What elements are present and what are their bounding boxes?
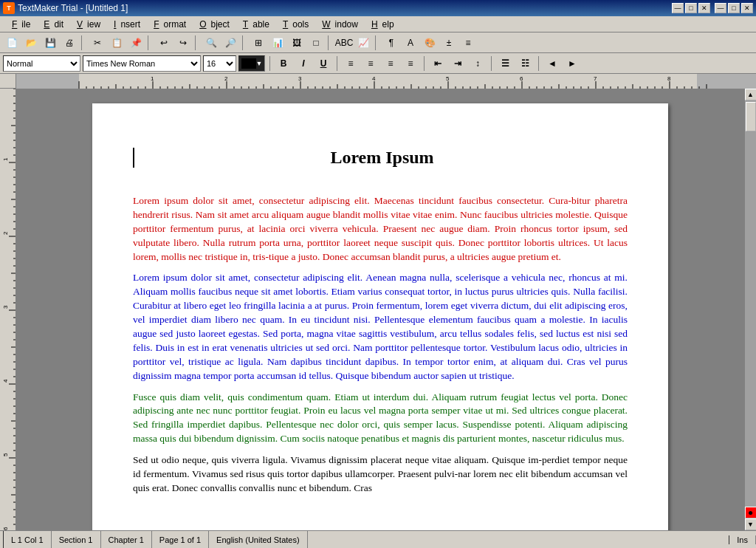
fmt-sep-2 (337, 56, 337, 71)
toolbar-1: 📄 📂 💾 🖨 ✂ 📋 📌 ↩ ↪ 🔍 🔎 ⊞ 📊 🖼 □ ABC 📈 ¶ A … (0, 32, 756, 53)
doc-minimize-btn[interactable]: — (715, 3, 726, 13)
list-ul-btn[interactable]: ☰ (496, 55, 514, 72)
window-title: TextMaker Trial - [Untitled 1] (18, 3, 128, 13)
redo-btn[interactable]: ↪ (174, 35, 192, 51)
align-center-btn[interactable]: ≡ (362, 55, 379, 72)
fmt-sep-5 (538, 56, 539, 71)
list-ol-btn[interactable]: ☷ (516, 55, 534, 72)
find2-btn[interactable]: 🔎 (221, 35, 239, 51)
close-btn[interactable]: ✕ (698, 3, 710, 13)
document-page[interactable]: Lorem Ipsum Lorem ipsum dolor sit amet, … (92, 103, 668, 530)
increase-btn[interactable]: ► (563, 55, 581, 72)
position-text: L 1 Col 1 (11, 535, 44, 544)
doc-restore-btn[interactable]: □ (728, 3, 740, 13)
stats-btn[interactable]: 📈 (354, 35, 372, 51)
underline-btn[interactable]: U (315, 55, 332, 72)
menu-tools[interactable]: Tools (274, 18, 313, 31)
menu-bar: File Edit View Insert Format Object Tabl… (0, 16, 756, 32)
vertical-scrollbar[interactable]: ▲ ● ▼ (744, 89, 756, 530)
window-controls[interactable]: — □ ✕ — □ ✕ (672, 3, 753, 13)
menu-format[interactable]: Format (145, 18, 190, 31)
status-position: L 1 Col 1 (3, 531, 52, 548)
align-justify-btn[interactable]: ≡ (402, 55, 419, 72)
language-text: English (United States) (216, 535, 300, 544)
restore-btn[interactable]: □ (685, 3, 697, 13)
chart-btn[interactable]: 📊 (269, 35, 286, 51)
img-btn[interactable]: 🖼 (288, 35, 306, 51)
sep-5 (328, 35, 332, 50)
menu-insert[interactable]: Insert (105, 18, 145, 31)
page-marker[interactable]: ● (745, 507, 757, 518)
table-btn[interactable]: ⊞ (250, 35, 267, 51)
print-btn[interactable]: 🖨 (61, 35, 78, 51)
margin-btn[interactable]: ↕ (469, 55, 487, 72)
scroll-up-btn[interactable]: ▲ (745, 89, 757, 100)
doc-close-btn[interactable]: ✕ (741, 3, 753, 13)
find-btn[interactable]: 🔍 (202, 35, 220, 51)
paragraph-3[interactable]: Fusce quis diam velit, quis condimentum … (133, 391, 628, 447)
font-select[interactable]: Times New Roman (83, 55, 201, 72)
paragraph-2[interactable]: Lorem ipsum dolor sit amet, consectetur … (133, 271, 628, 383)
undo-btn[interactable]: ↩ (155, 35, 173, 51)
vertical-ruler (0, 89, 16, 530)
align-right-btn[interactable]: ≡ (382, 55, 399, 72)
cut-btn[interactable]: ✂ (89, 35, 106, 51)
align-left-btn[interactable]: ≡ (342, 55, 360, 72)
scroll-track[interactable] (745, 100, 757, 507)
paste-btn[interactable]: 📌 (127, 35, 145, 51)
sep-3 (195, 35, 199, 50)
style-btn[interactable]: A (402, 35, 419, 51)
paragraph-4[interactable]: Sed ut odio neque, quis viverra ligula. … (133, 453, 628, 496)
fmt-sep-3 (424, 56, 425, 71)
indent-inc-btn[interactable]: ⇥ (449, 55, 467, 72)
copy-btn[interactable]: 📋 (108, 35, 126, 51)
status-section: Section 1 (52, 531, 101, 548)
app-icon: T (3, 2, 15, 14)
new-btn[interactable]: 📄 (3, 35, 21, 51)
shape-btn[interactable]: □ (307, 35, 325, 51)
extra2-btn[interactable]: ≡ (459, 35, 477, 51)
status-page: Page 1 of 1 (152, 531, 209, 548)
menu-help[interactable]: Help (362, 18, 399, 31)
status-bar: L 1 Col 1 Section 1 Chapter 1 Page 1 of … (0, 530, 756, 548)
page-text: Page 1 of 1 (159, 535, 201, 544)
sep-2 (148, 35, 152, 50)
menu-window[interactable]: Window (313, 18, 362, 31)
bold-btn[interactable]: B (275, 55, 292, 72)
paragraph-1[interactable]: Lorem ipsum dolor sit amet, consectetur … (133, 194, 628, 264)
horizontal-ruler (16, 74, 756, 89)
status-mode: Ins (729, 535, 756, 544)
sep-4 (242, 35, 247, 50)
status-right: Ins (726, 535, 756, 544)
scroll-down-btn[interactable]: ▼ (745, 518, 757, 530)
ruler-corner (0, 74, 16, 88)
italic-btn[interactable]: I (295, 55, 312, 72)
indent-dec-btn[interactable]: ⇤ (429, 55, 447, 72)
format-toolbar: Normal Times New Roman 16 ▼ B I U ≡ ≡ ≡ … (0, 53, 756, 74)
p3-text-green: Fusce quis diam velit, quis condimentum … (133, 391, 628, 445)
document-area[interactable]: Lorem Ipsum Lorem ipsum dolor sit amet, … (16, 89, 744, 530)
fmt-sep-4 (491, 56, 492, 71)
ruler-container (0, 74, 756, 89)
menu-view[interactable]: View (68, 18, 105, 31)
size-select[interactable]: 16 (203, 55, 236, 72)
extra-btn[interactable]: ± (440, 35, 458, 51)
status-chapter: Chapter 1 (101, 531, 152, 548)
spell-btn[interactable]: ABC (335, 35, 353, 51)
document-title-container: Lorem Ipsum (133, 148, 628, 182)
menu-file[interactable]: File (3, 18, 35, 31)
mode-text: Ins (737, 535, 748, 544)
menu-object[interactable]: Object (190, 18, 234, 31)
menu-table[interactable]: Table (234, 18, 274, 31)
decrease-btn[interactable]: ◄ (543, 55, 561, 72)
p4-text: Sed ut odio neque, quis viverra ligula. … (133, 454, 628, 493)
style-select[interactable]: Normal (3, 55, 80, 72)
save-btn[interactable]: 💾 (41, 35, 59, 51)
color-swatch[interactable]: ▼ (238, 55, 265, 72)
color-btn[interactable]: 🎨 (421, 35, 439, 51)
format2-btn[interactable]: ¶ (382, 35, 400, 51)
scroll-thumb[interactable] (746, 102, 756, 131)
menu-edit[interactable]: Edit (35, 18, 68, 31)
open-btn[interactable]: 📂 (22, 35, 40, 51)
minimize-btn[interactable]: — (672, 3, 684, 13)
